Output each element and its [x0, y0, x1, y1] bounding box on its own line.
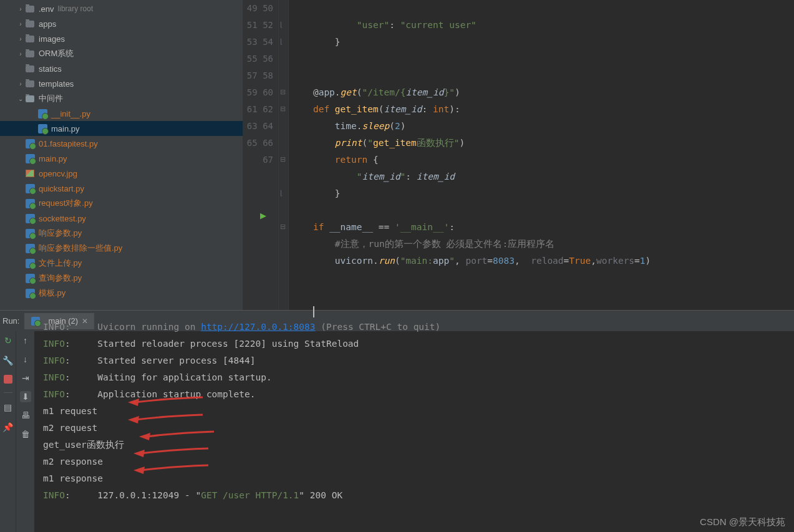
tree-item-label: ORM系统	[39, 48, 74, 59]
folder-open-icon	[25, 94, 35, 104]
python-file-icon	[25, 138, 35, 148]
code-editor[interactable]: 49 50 51 52 53 54 55 56 57 58 59 60 61 6…	[243, 0, 794, 310]
fold-icon[interactable]: ⊟	[280, 105, 286, 113]
tree-item-label: .env	[39, 4, 54, 14]
tree-item[interactable]: 响应参数排除一些值.py	[0, 241, 243, 256]
chevron-icon[interactable]: ›	[16, 6, 25, 12]
layout-icon[interactable]: ▤	[2, 402, 14, 413]
python-file-icon	[25, 288, 35, 298]
tree-item-label: statics	[39, 64, 62, 74]
wrench-icon[interactable]: 🔧	[2, 355, 14, 366]
tree-item-label: 查询参数.py	[39, 273, 82, 284]
python-file-icon	[25, 243, 35, 253]
folder-icon	[25, 4, 35, 14]
python-file-icon	[25, 198, 35, 208]
svg-marker-0	[128, 399, 139, 406]
stop-icon[interactable]	[4, 375, 12, 384]
tree-item-label: request对象.py	[39, 198, 93, 209]
tree-item-label: templates	[39, 79, 74, 89]
trash-icon[interactable]: 🗑	[20, 428, 31, 440]
chevron-icon[interactable]: ⌄	[16, 95, 25, 102]
tree-item-label: __init__.py	[51, 109, 90, 118]
chevron-icon[interactable]: ›	[16, 51, 25, 57]
annotation-arrow	[133, 463, 215, 478]
python-file-icon	[25, 213, 35, 223]
folder-icon	[25, 19, 35, 29]
fold-icon[interactable]: ⌊	[280, 21, 283, 29]
svg-marker-1	[128, 416, 139, 423]
python-file-icon	[25, 258, 35, 268]
up-arrow-icon[interactable]: ↑	[20, 335, 31, 346]
tree-item[interactable]: 文件上传.py	[0, 256, 243, 271]
run-tool-column-right: ↑ ↓ ⇥ ⬇ 🖶 🗑	[16, 331, 34, 532]
rerun-icon[interactable]: ↻	[2, 335, 14, 346]
tree-item-label: apps	[39, 19, 56, 29]
tree-item-label: quickstart.py	[39, 184, 84, 193]
python-file-icon	[25, 228, 35, 238]
tree-item[interactable]: main.py	[0, 151, 243, 166]
tree-item[interactable]: ⌄中间件	[0, 91, 243, 106]
tree-item[interactable]: __init__.py	[0, 106, 243, 121]
fold-icon[interactable]: ⊟	[280, 155, 286, 163]
svg-marker-2	[139, 433, 150, 440]
annotation-arrow	[133, 446, 215, 461]
tree-item[interactable]: sockettest.py	[0, 211, 243, 226]
run-gutter-icon[interactable]: ▶	[260, 211, 266, 220]
fold-icon[interactable]: ⌊	[280, 37, 283, 46]
tree-item[interactable]: request对象.py	[0, 196, 243, 211]
tree-item-label: 中间件	[39, 93, 63, 104]
tree-item-label: 文件上传.py	[39, 258, 82, 269]
tree-item[interactable]: main.py	[0, 121, 243, 136]
run-tool-column-left: ↻ 🔧 ▤ 📌	[0, 331, 16, 532]
tree-item-aux: library root	[58, 4, 94, 13]
scroll-to-end-icon[interactable]: ⬇	[20, 391, 31, 402]
tree-item-label: sockettest.py	[39, 214, 86, 223]
tree-item[interactable]: ›apps	[0, 16, 243, 31]
tree-item[interactable]: quickstart.py	[0, 181, 243, 196]
chevron-icon[interactable]: ›	[16, 36, 25, 42]
python-file-icon	[25, 153, 35, 163]
tree-item[interactable]: ›.envlibrary root	[0, 1, 243, 16]
python-file-icon	[37, 109, 47, 118]
chevron-icon[interactable]: ›	[16, 21, 25, 27]
tree-item-label: main.py	[39, 154, 67, 163]
tree-item-label: opencv.jpg	[39, 169, 77, 178]
tree-item-label: 01.fastapitest.py	[39, 139, 98, 148]
tree-item[interactable]: 01.fastapitest.py	[0, 136, 243, 151]
python-file-icon	[37, 123, 47, 133]
pin-icon[interactable]: 📌	[2, 422, 14, 433]
tree-item[interactable]: ›templates	[0, 76, 243, 91]
softwrap-icon[interactable]: ⇥	[20, 372, 31, 384]
tree-item-label: images	[39, 34, 65, 44]
tree-item[interactable]: statics	[0, 61, 243, 76]
tree-item-label: 响应参数.py	[39, 228, 82, 239]
svg-marker-3	[133, 450, 145, 457]
tree-item[interactable]: 响应参数.py	[0, 226, 243, 241]
folder-icon	[25, 64, 35, 74]
print-icon[interactable]: 🖶	[20, 410, 31, 421]
folder-icon	[25, 34, 35, 44]
tree-item-label: 响应参数排除一些值.py	[39, 243, 122, 254]
fold-icon[interactable]: ⊟	[280, 88, 286, 96]
tree-item-label: main.py	[51, 124, 80, 133]
fold-icon[interactable]: ⌊	[280, 189, 283, 197]
down-arrow-icon[interactable]: ↓	[20, 354, 31, 365]
run-label: Run:	[2, 316, 19, 326]
svg-marker-4	[133, 467, 145, 474]
python-file-icon	[25, 183, 35, 193]
fold-icon[interactable]: ⊟	[280, 223, 286, 231]
watermark: CSDN @景天科技苑	[700, 516, 785, 528]
python-file-icon	[25, 273, 35, 283]
folder-icon	[25, 79, 35, 89]
chevron-icon[interactable]: ›	[16, 80, 25, 87]
run-console[interactable]: INFO: Uvicorn running on http://127.0.0.…	[34, 319, 794, 532]
annotation-arrow	[128, 412, 209, 427]
tree-item[interactable]: 查询参数.py	[0, 271, 243, 286]
tree-item[interactable]: 模板.py	[0, 286, 243, 301]
tree-item[interactable]: ›ORM系统	[0, 46, 243, 61]
tree-item[interactable]: ›images	[0, 31, 243, 46]
tree-item-label: 模板.py	[39, 288, 65, 299]
tree-item[interactable]: opencv.jpg	[0, 166, 243, 181]
project-tree[interactable]: ›.envlibrary root›apps›images›ORM系统stati…	[0, 0, 243, 310]
folder-icon	[25, 49, 35, 59]
